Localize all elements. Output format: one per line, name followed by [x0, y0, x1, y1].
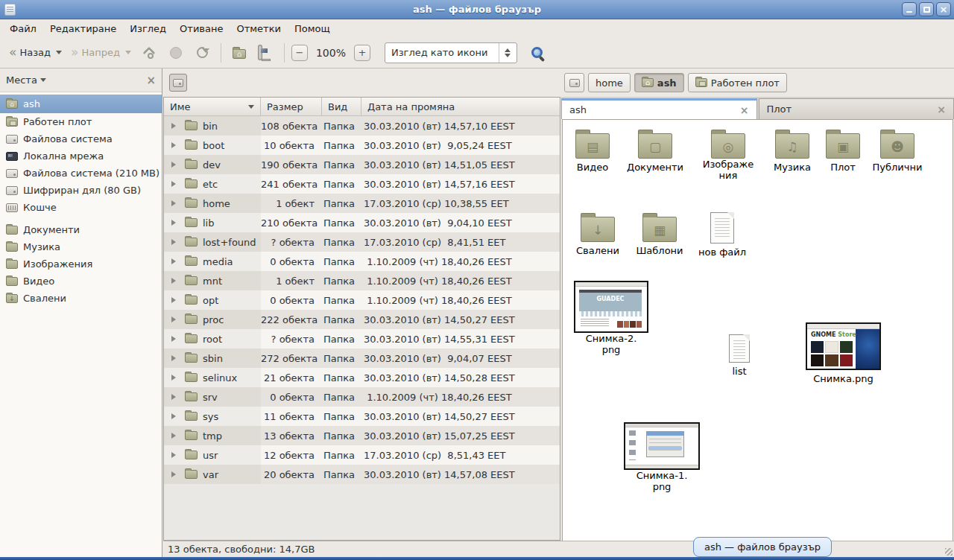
table-row[interactable]: home 1 обект Папка 17.03.2010 (ср) 10,38…	[164, 194, 560, 213]
sidebar-item[interactable]: Изображения	[0, 255, 162, 273]
path-button-desktop[interactable]: Работен плот	[688, 73, 787, 92]
folder-item-music[interactable]: ♫ Музика	[768, 129, 816, 173]
home-button[interactable]: ⌂	[227, 42, 252, 64]
file-item-snimka[interactable]: GNOME Store Снимка.png	[806, 322, 881, 384]
table-row[interactable]: boot 10 обекта Папка 30.03.2010 (вт) 9,0…	[164, 136, 560, 155]
expander-icon[interactable]	[171, 123, 176, 129]
sidebar-item[interactable]: Кошче	[0, 199, 162, 216]
table-row[interactable]: srv 0 обекта Папка 1.10.2009 (чт) 18,40,…	[164, 387, 560, 407]
file-item-list[interactable]: list	[717, 333, 762, 377]
expander-icon[interactable]	[171, 220, 176, 226]
view-mode-spinner[interactable]	[499, 43, 517, 63]
table-row[interactable]: proc 222 обекта Папка 30.03.2010 (вт) 14…	[164, 310, 560, 329]
sidebar-item[interactable]: Шифриран дял (80 GB)	[0, 182, 162, 199]
table-row[interactable]: dev 190 обекта Папка 30.03.2010 (вт) 14,…	[164, 155, 560, 174]
table-row[interactable]: mnt 1 обект Папка 1.10.2009 (чт) 18,40,2…	[164, 271, 560, 290]
expander-icon[interactable]	[171, 375, 176, 381]
table-row[interactable]: bin 108 обекта Папка 30.03.2010 (вт) 14,…	[164, 116, 560, 136]
root-drive-button[interactable]	[169, 74, 187, 92]
expander-icon[interactable]	[171, 258, 176, 264]
titlebar[interactable]: ash — файлов браузър ×	[0, 0, 954, 19]
expander-icon[interactable]	[171, 433, 176, 439]
expander-icon[interactable]	[171, 316, 176, 322]
column-header-size[interactable]: Размер	[261, 98, 322, 115]
table-row[interactable]: media 0 обекта Папка 1.10.2009 (чт) 18,4…	[164, 252, 560, 271]
sidebar-item[interactable]: Свалени	[0, 290, 162, 307]
minimize-button[interactable]	[902, 2, 917, 16]
sidebar-close-icon[interactable]: ×	[146, 74, 156, 87]
folder-item-documents[interactable]: ▢ Документи	[624, 129, 686, 173]
view-mode-select[interactable]: Изглед като икони	[385, 42, 517, 63]
menu-item[interactable]: Изглед	[123, 21, 173, 36]
expander-icon[interactable]	[171, 413, 176, 419]
table-row[interactable]: tmp 13 обекта Папка 30.03.2010 (вт) 15,0…	[164, 426, 560, 445]
table-row[interactable]: sys 11 обекта Папка 30.03.2010 (вт) 14,5…	[164, 407, 560, 426]
expander-icon[interactable]	[171, 162, 176, 168]
sidebar-item[interactable]: Видео	[0, 273, 162, 290]
expander-icon[interactable]	[171, 200, 176, 206]
menu-item[interactable]: Отиване	[173, 21, 230, 36]
menu-item[interactable]: Помощ	[288, 21, 337, 36]
up-button[interactable]	[136, 42, 162, 64]
path-button-ash[interactable]: ash	[634, 73, 684, 92]
folder-item-templates[interactable]: ▦ Шаблони	[631, 212, 688, 256]
sidebar-item[interactable]: Локална мрежа	[0, 147, 162, 165]
back-button[interactable]: « Назад	[4, 43, 66, 62]
sidebar-item[interactable]: ash	[0, 95, 162, 113]
expander-icon[interactable]	[171, 452, 176, 458]
zoom-in-button[interactable]: +	[354, 45, 370, 61]
folder-item-public[interactable]: ☻ Публични	[868, 129, 927, 173]
path-button-home[interactable]: home	[588, 73, 631, 92]
menu-item[interactable]: Редактиране	[43, 21, 123, 36]
expander-icon[interactable]	[171, 181, 176, 187]
file-item-snimka-2[interactable]: GUADEC Снимка-2.png	[574, 281, 648, 355]
tab-close-icon[interactable]: ×	[740, 104, 749, 116]
expander-icon[interactable]	[171, 142, 176, 148]
table-row[interactable]: selinux 21 обекта Папка 30.03.2010 (вт) …	[164, 368, 560, 387]
sidebar-item[interactable]: Файлова система (210 MB)	[0, 165, 162, 182]
menu-item[interactable]: Отметки	[230, 21, 287, 36]
folder-item-video[interactable]: ▤ Видео	[569, 129, 616, 173]
expander-icon[interactable]	[171, 355, 176, 361]
table-row[interactable]: etc 241 обекта Папка 30.03.2010 (вт) 14,…	[164, 174, 560, 194]
expander-icon[interactable]	[171, 471, 176, 477]
expander-icon[interactable]	[171, 278, 176, 284]
file-item-snimka-1[interactable]: Снимка-1.png	[624, 422, 700, 492]
sidebar-title-button[interactable]: Места	[6, 74, 46, 86]
forward-button[interactable]: » Напред	[66, 43, 136, 62]
zoom-out-button[interactable]: −	[291, 45, 308, 61]
table-row[interactable]: opt 0 обекта Папка 1.10.2009 (чт) 18,40,…	[164, 290, 560, 310]
close-button[interactable]: ×	[936, 2, 951, 16]
back-history-arrow[interactable]	[56, 51, 62, 54]
sidebar-item[interactable]: Музика	[0, 238, 162, 255]
table-row[interactable]: usr 12 обекта Папка 17.03.2010 (ср) 8,51…	[164, 445, 560, 465]
sidebar-item[interactable]: Работен плот	[0, 113, 162, 130]
table-row[interactable]: root ? обекта Папка 30.03.2010 (вт) 14,5…	[164, 329, 560, 349]
expander-icon[interactable]	[171, 297, 176, 303]
folder-item-pictures[interactable]: ◎ Изображения	[700, 129, 756, 181]
menu-item[interactable]: Файл	[3, 21, 43, 36]
folder-item-desktop[interactable]: ▣ Плот	[822, 129, 864, 173]
tab-close-icon[interactable]: ×	[937, 104, 946, 115]
column-header-date[interactable]: Дата на промяна	[361, 98, 560, 115]
table-row[interactable]: var 20 обекта Папка 30.03.2010 (вт) 14,5…	[164, 465, 560, 484]
table-row[interactable]: lib 210 обекта Папка 30.03.2010 (вт) 9,0…	[164, 213, 560, 232]
reload-button[interactable]	[190, 42, 215, 64]
expander-icon[interactable]	[171, 239, 176, 245]
column-header-name[interactable]: Име	[164, 98, 261, 115]
tab-plot[interactable]: Плот ×	[759, 98, 954, 119]
computer-button[interactable]	[253, 42, 279, 64]
file-item-new-file[interactable]: нов файл	[695, 211, 750, 258]
search-button[interactable]	[525, 42, 550, 64]
folder-item-downloads[interactable]: ↓ Свалени	[571, 212, 625, 256]
expander-icon[interactable]	[171, 336, 176, 342]
sidebar-item[interactable]: Файлова система	[0, 130, 162, 147]
expander-icon[interactable]	[171, 394, 176, 400]
maximize-button[interactable]	[919, 2, 934, 16]
tab-ash[interactable]: ash ×	[561, 98, 757, 119]
sidebar-item[interactable]: Документи	[0, 221, 162, 238]
resize-grip[interactable]	[945, 548, 953, 556]
column-header-type[interactable]: Вид	[322, 98, 361, 115]
table-row[interactable]: sbin 272 обекта Папка 30.03.2010 (вт) 9,…	[164, 349, 560, 368]
path-drive-button[interactable]	[564, 73, 584, 92]
